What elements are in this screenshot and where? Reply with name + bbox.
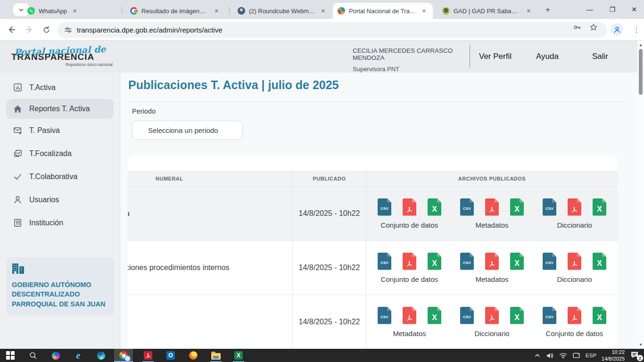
copilot-icon: [52, 352, 60, 360]
new-tab-button[interactable]: +: [542, 4, 553, 16]
tab-title: GAD | GAD PR Sabanilla |: [454, 8, 521, 15]
period-select[interactable]: Selecciona un periodo: [132, 121, 243, 140]
firefox-icon: [189, 351, 198, 360]
csv-file-icon[interactable]: CSV: [378, 198, 391, 216]
tab-close-icon[interactable]: ✕: [71, 7, 79, 15]
sidebar-item-t-activa[interactable]: T.Activa: [0, 76, 120, 99]
published-cell: 14/8/2025 - 10h22: [292, 295, 366, 349]
csv-file-icon[interactable]: CSV: [543, 307, 556, 324]
scroll-down-icon[interactable]: ▼: [637, 341, 644, 348]
pdf-file-icon[interactable]: [568, 307, 581, 324]
gad-favicon: [442, 7, 450, 15]
sidebar-item-label: T.Focalizada: [29, 149, 72, 158]
pdf-file-icon[interactable]: [568, 253, 581, 270]
pdf-file-icon[interactable]: [568, 198, 581, 216]
back-button[interactable]: [6, 24, 17, 35]
tab-close-icon[interactable]: ✕: [420, 7, 428, 15]
csv-file-icon[interactable]: CSV: [543, 198, 556, 216]
whatsapp-favicon: [27, 7, 35, 15]
excel-file-icon[interactable]: X: [428, 253, 441, 270]
taskbar-firefox-button[interactable]: [184, 349, 203, 362]
taskbar-edge-button[interactable]: [91, 349, 110, 362]
start-button[interactable]: [1, 349, 20, 362]
window-close-button[interactable]: ✕: [623, 0, 644, 19]
forward-button[interactable]: [24, 24, 35, 35]
tab-google-images[interactable]: Resultado de imágenes de G ✕: [125, 3, 225, 19]
sidebar-item-t-colaborativa[interactable]: T.Colaborativa: [0, 165, 120, 188]
taskbar-search-button[interactable]: [24, 349, 42, 362]
address-bar[interactable]: transparencia.dpe.gob.ec/admin/reports/a…: [58, 22, 607, 38]
taskbar-excel-button[interactable]: X: [229, 349, 248, 362]
page-viewport: Portal nacional de TRANSPARENCIA Reposit…: [0, 41, 644, 349]
page-title: Publicaciones T. Activa | julio de 2025: [128, 78, 339, 92]
language-indicator[interactable]: ESP: [586, 353, 596, 358]
tab-gad-sabanilla[interactable]: GAD | GAD PR Sabanilla | ✕: [438, 3, 537, 19]
csv-file-icon[interactable]: CSV: [460, 307, 474, 324]
excel-file-icon[interactable]: X: [593, 198, 606, 216]
display-connect-icon[interactable]: [572, 352, 580, 359]
outlook-icon: O: [166, 351, 175, 360]
sidebar-item-t-pasiva[interactable]: T. Pasiva: [0, 119, 120, 142]
tab-close-icon[interactable]: ✕: [525, 7, 533, 15]
excel-file-icon[interactable]: X: [510, 198, 524, 216]
pdf-file-icon[interactable]: [485, 307, 499, 324]
sidebar-item-t-focalizada[interactable]: T.Focalizada: [0, 142, 120, 165]
file-group: CSV X Diccionario: [533, 198, 616, 229]
csv-file-icon[interactable]: CSV: [543, 253, 556, 270]
pdf-file-icon[interactable]: [485, 198, 499, 216]
taskbar-acrobat-button[interactable]: [139, 349, 157, 362]
excel-file-icon[interactable]: X: [510, 253, 524, 270]
browser-menu-icon[interactable]: ⋮: [632, 23, 641, 36]
profile-avatar[interactable]: [611, 23, 623, 36]
user-block: CECILIA MERCEDES CARRASCO MENDOZA Superv…: [353, 47, 471, 73]
tab-close-icon[interactable]: ✕: [213, 7, 221, 15]
sidebar-item-institucion[interactable]: Institución: [0, 211, 120, 234]
sidebar-item-reportes-t-activa[interactable]: Reportes T. Activa: [6, 99, 114, 119]
tab-separator: [122, 7, 122, 14]
taskbar-explorer-button[interactable]: [206, 349, 225, 362]
scroll-up-icon[interactable]: ▲: [637, 41, 644, 48]
excel-file-icon[interactable]: X: [593, 307, 606, 324]
action-center-button[interactable]: 2: [630, 351, 641, 360]
files-cell: CSV X Metadatos CSV X: [366, 295, 618, 349]
file-group: CSV X Diccionario: [451, 307, 533, 337]
pdf-file-icon[interactable]: [485, 253, 499, 270]
csv-file-icon[interactable]: CSV: [378, 253, 391, 270]
taskbar-ie-button[interactable]: e: [69, 349, 88, 362]
taskbar-copilot-button[interactable]: [46, 349, 65, 362]
window-restore-button[interactable]: ❐: [602, 0, 623, 19]
volume-icon[interactable]: [546, 352, 554, 359]
ayuda-link[interactable]: Ayuda: [536, 52, 559, 61]
page-scrollbar[interactable]: ▲ ▼: [637, 41, 644, 349]
pdf-file-icon[interactable]: [403, 307, 416, 324]
salir-link[interactable]: Salir: [592, 52, 608, 61]
pdf-file-icon[interactable]: [403, 253, 416, 270]
tab-close-icon[interactable]: ✕: [319, 7, 327, 15]
taskbar-chrome-button[interactable]: [114, 349, 133, 362]
tab-whatsapp[interactable]: WhatsApp ✕: [23, 3, 118, 19]
organization-card[interactable]: GOBIERNO AUTÓNOMO DESCENTRALIZADO PARROQ…: [6, 257, 114, 315]
excel-file-icon[interactable]: X: [593, 253, 606, 270]
excel-file-icon[interactable]: X: [428, 198, 441, 216]
taskbar-outlook-button[interactable]: O: [161, 349, 180, 362]
csv-file-icon[interactable]: CSV: [378, 307, 391, 324]
bookmark-star-icon[interactable]: [588, 22, 599, 33]
pdf-file-icon[interactable]: [403, 198, 416, 216]
wifi-icon[interactable]: [559, 352, 567, 359]
csv-file-icon[interactable]: CSV: [460, 198, 474, 216]
csv-file-icon[interactable]: CSV: [460, 253, 474, 270]
tab-portal-transparencia[interactable]: Portal Nacional de Transpare ✕: [333, 3, 433, 19]
tab-roundcube[interactable]: (2) Roundcube Webmail :: E ✕: [233, 3, 332, 19]
window-minimize-button[interactable]: —: [579, 0, 601, 19]
scrollbar-thumb[interactable]: [639, 49, 643, 95]
excel-file-icon[interactable]: X: [428, 307, 441, 324]
tab-title: (2) Roundcube Webmail :: E: [249, 8, 315, 15]
password-key-icon[interactable]: [572, 22, 582, 33]
edge-icon: [97, 352, 105, 360]
taskbar-clock[interactable]: 10:22 14/8/2025: [602, 349, 625, 362]
reload-button[interactable]: [41, 24, 52, 35]
excel-file-icon[interactable]: X: [510, 307, 524, 324]
sidebar-item-usuarios[interactable]: Usuarios: [0, 188, 120, 211]
hidden-icons-chevron[interactable]: [534, 352, 541, 359]
ver-perfil-link[interactable]: Ver Perfil: [479, 52, 512, 61]
